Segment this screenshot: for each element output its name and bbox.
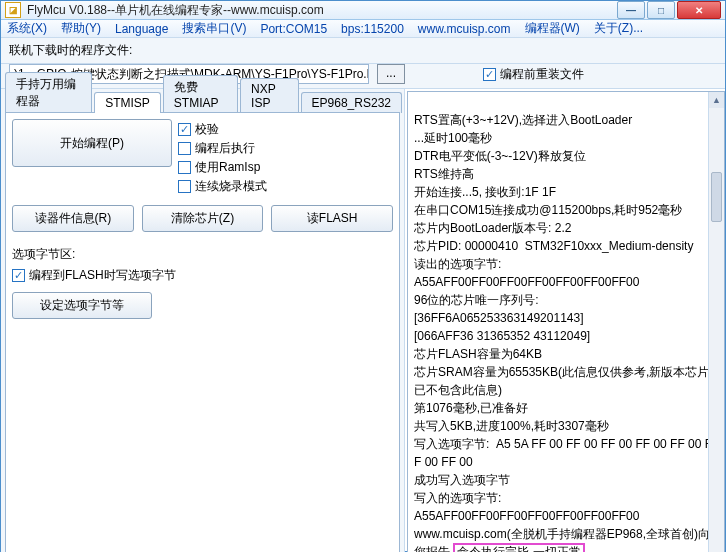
menu-site[interactable]: www.mcuisp.com: [418, 22, 511, 36]
log-line: RTS维持高: [414, 167, 474, 181]
log-line: 写入的选项字节:: [414, 491, 501, 505]
menu-search-port[interactable]: 搜索串口(V): [182, 20, 246, 37]
log-line: 芯片内BootLoader版本号: 2.2: [414, 221, 571, 235]
continuous-checkbox[interactable]: ✓: [178, 180, 191, 193]
menu-programmer[interactable]: 编程器(W): [525, 20, 580, 37]
log-line: 芯片FLASH容量为64KB: [414, 347, 542, 361]
left-pane: 手持万用编程器 STMISP 免费STMIAP NXP ISP EP968_RS…: [1, 89, 405, 552]
main-window: ◪ FlyMcu V0.188--单片机在线编程专家--www.mcuisp.c…: [0, 0, 726, 552]
ramisp-label: 使用RamIsp: [195, 159, 260, 176]
close-button[interactable]: ✕: [677, 1, 721, 19]
log-line: A55AFF00FF00FF00FF00FF00FF00FF00: [414, 275, 639, 289]
tab-bar: 手持万用编程器 STMISP 免费STMIAP NXP ISP EP968_RS…: [1, 89, 404, 113]
option-bytes-label: 选项字节区:: [12, 246, 393, 263]
log-line: ...延时100毫秒: [414, 131, 492, 145]
app-icon: ◪: [5, 2, 21, 18]
window-title: FlyMcu V0.188--单片机在线编程专家--www.mcuisp.com: [27, 2, 617, 19]
writeopt-label: 编程到FLASH时写选项字节: [29, 267, 176, 284]
read-flash-button[interactable]: 读FLASH: [271, 205, 393, 232]
log-line: A55AFF00FF00FF00FF00FF00FF00FF00: [414, 509, 639, 523]
writeopt-checkbox[interactable]: ✓: [12, 269, 25, 282]
rewrite-checkbox[interactable]: ✓: [483, 68, 496, 81]
log-line: 芯片SRAM容量为65535KB(此信息仅供参考,新版本芯片已不包含此信息): [414, 365, 709, 397]
menubar: 系统(X) 帮助(Y) Language 搜索串口(V) Port:COM15 …: [1, 20, 725, 38]
maximize-button[interactable]: □: [647, 1, 675, 19]
log-line: 写入选项字节: A5 5A FF 00 FF 00 FF 00 FF 00 FF…: [414, 437, 712, 469]
scroll-thumb[interactable]: [711, 172, 722, 222]
content: 手持万用编程器 STMISP 免费STMIAP NXP ISP EP968_RS…: [1, 89, 725, 552]
menu-language[interactable]: Language: [115, 22, 168, 36]
log-output[interactable]: RTS置高(+3~+12V),选择进入BootLoader ...延时100毫秒…: [407, 91, 725, 552]
verify-label: 校验: [195, 121, 219, 138]
runafter-label: 编程后执行: [195, 140, 255, 157]
stmisp-panel: 开始编程(P) ✓校验 ✓编程后执行 ✓使用RamIsp ✓连续烧录模式 读器件…: [5, 112, 400, 552]
file-row: )1、GPIO-按键状态判断之扫描式\MDK-ARM\YS-F1Pro\YS-F…: [1, 64, 725, 89]
log-line: [36FF6A065253363149201143]: [414, 311, 583, 325]
log-line: 成功写入选项字节: [414, 473, 510, 487]
rewrite-checkbox-row: ✓ 编程前重装文件: [483, 66, 584, 83]
rewrite-label: 编程前重装文件: [500, 66, 584, 83]
log-line: [066AFF36 31365352 43112049]: [414, 329, 590, 343]
continuous-label: 连续烧录模式: [195, 178, 267, 195]
log-line: DTR电平变低(-3~-12V)释放复位: [414, 149, 586, 163]
window-buttons: — □ ✕: [617, 1, 721, 19]
runafter-checkbox[interactable]: ✓: [178, 142, 191, 155]
menu-system[interactable]: 系统(X): [7, 20, 47, 37]
tab-handheld[interactable]: 手持万用编程器: [5, 72, 92, 113]
start-program-button[interactable]: 开始编程(P): [12, 119, 172, 167]
ramisp-checkbox[interactable]: ✓: [178, 161, 191, 174]
log-line: 共写入5KB,进度100%,耗时3307毫秒: [414, 419, 609, 433]
log-line: 在串口COM15连接成功@115200bps,耗时952毫秒: [414, 203, 682, 217]
log-line: 开始连接...5, 接收到:1F 1F: [414, 185, 556, 199]
set-option-bytes-button[interactable]: 设定选项字节等: [12, 292, 152, 319]
tab-stmisp[interactable]: STMISP: [94, 92, 161, 113]
tab-stmiap[interactable]: 免费STMIAP: [163, 75, 238, 113]
log-line: 读出的选项字节:: [414, 257, 501, 271]
minimize-button[interactable]: —: [617, 1, 645, 19]
titlebar[interactable]: ◪ FlyMcu V0.188--单片机在线编程专家--www.mcuisp.c…: [1, 1, 725, 20]
log-line: RTS置高(+3~+12V),选择进入BootLoader: [414, 113, 632, 127]
file-label: 联机下载时的程序文件:: [9, 42, 132, 59]
erase-button[interactable]: 清除芯片(Z): [142, 205, 264, 232]
log-line: 96位的芯片唯一序列号:: [414, 293, 539, 307]
read-info-button[interactable]: 读器件信息(R): [12, 205, 134, 232]
scroll-up-icon[interactable]: ▲: [709, 92, 724, 108]
verify-checkbox[interactable]: ✓: [178, 123, 191, 136]
log-line: 芯片PID: 00000410 STM32F10xxx_Medium-densi…: [414, 239, 693, 253]
menu-bps[interactable]: bps:115200: [341, 22, 404, 36]
menu-about[interactable]: 关于(Z)...: [594, 20, 643, 37]
tab-nxp[interactable]: NXP ISP: [240, 78, 299, 113]
tab-ep968[interactable]: EP968_RS232: [301, 92, 402, 113]
log-scrollbar[interactable]: ▲ ▼: [708, 92, 724, 552]
file-toolbar: 联机下载时的程序文件:: [1, 38, 725, 64]
menu-help[interactable]: 帮助(Y): [61, 20, 101, 37]
log-highlight: 命令执行完毕,一切正常: [453, 543, 584, 552]
right-pane: RTS置高(+3~+12V),选择进入BootLoader ...延时100毫秒…: [405, 89, 725, 552]
menu-port[interactable]: Port:COM15: [260, 22, 327, 36]
log-line: 第1076毫秒,已准备好: [414, 401, 528, 415]
browse-button[interactable]: ...: [377, 64, 405, 84]
